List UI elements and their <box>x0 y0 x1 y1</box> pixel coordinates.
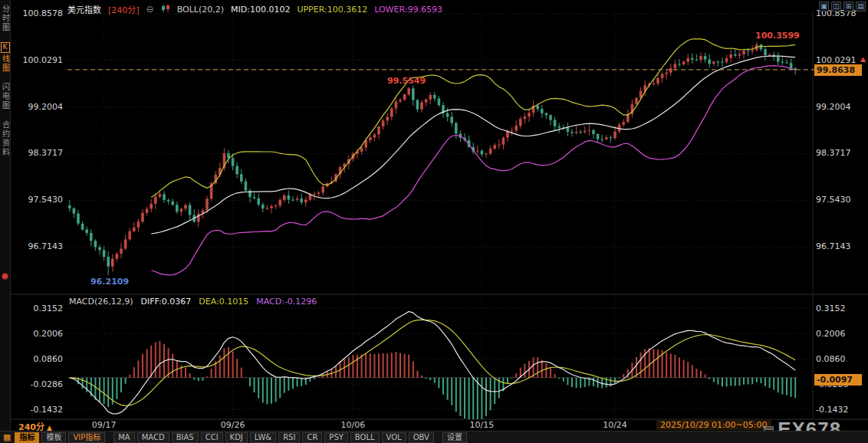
window-controls: ▣◫⊞▤ <box>819 2 866 11</box>
x-axis: 240分▲ 09/1709/2610/0610/1510/24 2025/10/… <box>11 420 868 431</box>
main-y-tick-label: 100.0291 <box>14 55 63 65</box>
x-axis-label: 09/26 <box>221 420 245 430</box>
tab-contract-info[interactable]: 合约资料 <box>1 120 10 157</box>
indicator-button-boll[interactable]: BOLL <box>350 432 380 443</box>
period-label: [240分] <box>108 3 140 15</box>
indicator-button-lw[interactable]: LW& <box>250 432 276 443</box>
tab-vip-indicators[interactable]: VIP指标 <box>68 432 105 443</box>
indicator-button-rsi[interactable]: RSI <box>278 432 300 443</box>
macd-hist-value: MACD:-0.1296 <box>256 297 317 307</box>
layout-split-icon[interactable]: ◫ <box>831 2 841 11</box>
left-sidebar: 分时图K线图闪电图合约资料 <box>0 0 11 443</box>
settings-button[interactable]: 设置 <box>442 432 467 443</box>
kline-icon <box>161 4 170 15</box>
main-y-tick-label: 97.5430 <box>14 195 63 205</box>
indicator-button-vol[interactable]: VOL <box>382 432 406 443</box>
x-axis-label: 10/06 <box>341 420 366 430</box>
indicator-button-kdj[interactable]: KDJ <box>225 432 248 443</box>
main-y-tick-label: 100.8578 <box>14 8 63 18</box>
macd-y-tick-label: 0.2006 <box>816 329 846 339</box>
macd-y-tick-label: -0.0286 <box>14 379 63 389</box>
trading-app: 分时图K线图闪电图合约资料 美元指数 [240分] ⊖ BOLL(20,2) M… <box>0 0 868 443</box>
indicator-button-bias[interactable]: BIAS <box>172 432 199 443</box>
x-axis-label: 10/24 <box>603 420 627 430</box>
low-price-annotation: 96.2109 <box>90 277 129 287</box>
indicator-button-cr[interactable]: CR <box>302 432 322 443</box>
chart-canvas[interactable] <box>0 0 868 443</box>
indicator-button-cci[interactable]: CCI <box>201 432 223 443</box>
bottom-toolbar: ▦指标模板VIP指标MAMACDBIASCCIKDJLW&RSICRPSYBOL… <box>0 431 868 443</box>
main-y-tick-label: 100.0291 <box>816 55 856 65</box>
tab-templates[interactable]: 模板 <box>41 432 66 443</box>
indicator-button-macd[interactable]: MACD <box>137 432 169 443</box>
macd-diff-value: DIFF:0.0367 <box>141 297 192 307</box>
macd-y-tick-label: 0.3152 <box>14 304 63 313</box>
main-y-tick-label: 99.2004 <box>14 102 63 112</box>
macd-y-tick-label: -0.1432 <box>816 405 848 415</box>
indicator-button-psy[interactable]: PSY <box>324 432 348 443</box>
macd-y-tick-label: 0.2006 <box>14 329 63 339</box>
macd-y-tick-label: -0.1432 <box>14 405 63 415</box>
macd-y-tick-label: 0.3152 <box>816 304 846 313</box>
tab-time-chart[interactable]: 分时图 <box>1 5 10 32</box>
price-up-arrow-icon: ▲ <box>860 55 866 63</box>
boll-upper-value: UPPER:100.3612 <box>297 5 367 15</box>
current-macd-badge: -0.0097 <box>814 374 862 386</box>
indicator-button-ma[interactable]: MA <box>113 432 134 443</box>
macd-label: MACD(26,12,9) <box>69 297 133 307</box>
macd-header: MACD(26,12,9) DIFF:0.0367 DEA:0.1015 MAC… <box>69 297 317 307</box>
tab-flash-chart[interactable]: 闪电图 <box>1 83 10 110</box>
x-axis-label: 09/17 <box>92 420 117 430</box>
boll-mid-value: MID:100.0102 <box>231 5 290 15</box>
main-y-tick-label: 98.3717 <box>816 148 851 158</box>
macd-y-tick-label: 0.0860 <box>14 354 63 364</box>
boll-label: BOLL(20,2) <box>177 5 224 15</box>
red-dot-icon[interactable] <box>2 273 8 280</box>
layout-grid-icon[interactable]: ⊞ <box>843 2 853 11</box>
main-y-tick-label: 96.7143 <box>14 241 63 251</box>
layout-full-icon[interactable]: ▣ <box>819 2 829 11</box>
chart-header: 美元指数 [240分] ⊖ BOLL(20,2) MID:100.0102 UP… <box>67 3 442 15</box>
main-y-tick-label: 96.7143 <box>816 241 851 251</box>
main-y-tick-label: 97.5430 <box>816 195 851 205</box>
indicator-panel-icon[interactable]: ▦ <box>3 432 11 442</box>
high-price-annotation: 100.3599 <box>755 31 800 41</box>
tab-kline-chart[interactable]: K线图 <box>1 42 10 73</box>
symbol-name: 美元指数 <box>67 3 101 15</box>
layout-list-icon[interactable]: ▤ <box>856 2 866 11</box>
tab-indicators[interactable]: 指标 <box>15 432 39 443</box>
macd-y-tick-label: 0.0860 <box>816 354 846 364</box>
current-price-badge: 99.8638 <box>814 64 862 76</box>
x-axis-label: 10/15 <box>470 420 495 430</box>
indicator-button-obv[interactable]: OBV <box>409 432 434 443</box>
boll-lower-value: LOWER:99.6593 <box>374 5 442 15</box>
swing-high-annotation: 99.5549 <box>387 76 426 86</box>
current-candle-time: 2025/10/29 01:00~05:00 <box>656 420 771 430</box>
collapse-icon[interactable]: ⊖ <box>146 4 154 15</box>
main-y-tick-label: 99.2004 <box>816 102 851 112</box>
main-y-tick-label: 98.3717 <box>14 148 63 158</box>
macd-dea-value: DEA:0.1015 <box>199 297 248 307</box>
